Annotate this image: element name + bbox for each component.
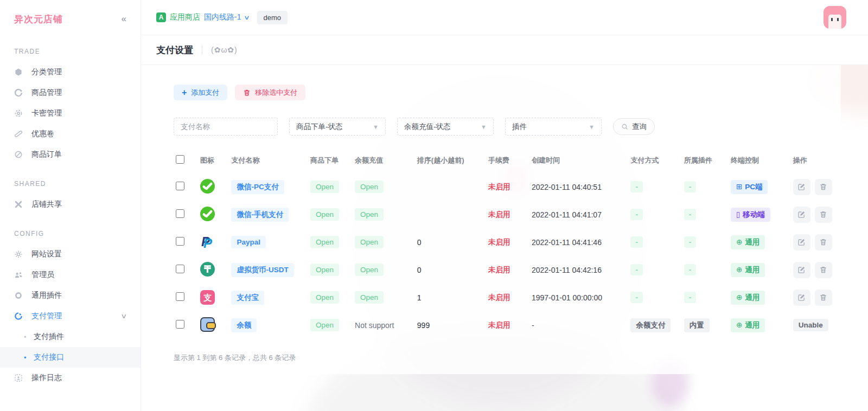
sidebar-item-通用插件[interactable]: 通用插件 (0, 285, 141, 306)
row-checkbox[interactable] (176, 292, 184, 301)
sidebar-subitem-label: 支付插件 (34, 332, 64, 342)
sidebar-item-管理员[interactable]: 管理员 (0, 265, 141, 285)
payment-name-link[interactable]: 虚拟货币-USDT (231, 263, 293, 277)
table-header-row: 图标支付名称商品下单余额充值排序(越小越前)手续费创建时间支付方式所属插件终端控… (174, 151, 841, 173)
created-cell: 1997-01-01 00:00:00 (529, 284, 628, 311)
recharge-status-select[interactable]: 余额充值-状态 ▼ (397, 118, 494, 136)
page-title-bar: 支付设置 (✿ω✿) (141, 35, 868, 65)
recharge-status-cell: Not support (353, 311, 415, 339)
sidebar-item-label: 管理员 (31, 270, 54, 280)
column-header-支付名称: 支付名称 (229, 151, 308, 173)
terminal-cell: ⊞PC端 (729, 173, 791, 201)
payment-name-link[interactable]: 支付宝 (231, 291, 264, 305)
row-checkbox[interactable] (176, 182, 184, 190)
user-avatar[interactable] (824, 6, 846, 29)
delete-button[interactable] (815, 207, 832, 223)
method-badge: 余额支付 (630, 318, 671, 332)
column-header-图标: 图标 (198, 151, 229, 173)
fee-status: 未启用 (488, 266, 510, 274)
icon-cell (198, 311, 229, 339)
remove-selected-button[interactable]: 移除选中支付 (235, 85, 305, 100)
order-status-badge: Open (310, 319, 339, 331)
order-status-cell: Open (308, 228, 353, 256)
column-header-手续费: 手续费 (486, 151, 529, 173)
select-all-checkbox[interactable] (176, 155, 184, 164)
sidebar-item-网站设置[interactable]: 网站设置 (0, 244, 141, 265)
actions-cell (791, 201, 841, 228)
main-area: A 应用商店 国内线路-1 ∨ demo 支付设置 (✿ω✿) (141, 0, 868, 411)
add-payment-label: 添加支付 (191, 88, 219, 98)
terminal-badge-generic: ⊕通用 (731, 263, 765, 277)
edit-button[interactable] (793, 262, 810, 278)
order-status-select[interactable]: 商品下单-状态 ▼ (289, 118, 386, 136)
row-checkbox[interactable] (176, 265, 184, 273)
icon-cell: PP (198, 228, 229, 256)
delete-button[interactable] (815, 179, 832, 195)
plugin-badge: - (684, 209, 697, 220)
add-payment-button[interactable]: + 添加支付 (174, 85, 227, 100)
order-status-badge: Open (310, 264, 339, 276)
sidebar-item-label: 支付管理 (31, 311, 62, 321)
payment-name-link[interactable]: 微信-PC支付 (231, 180, 284, 194)
sidebar-item-卡密管理[interactable]: 卡密管理 (0, 103, 141, 124)
sidebar-item-支付管理[interactable]: 支付管理∨ (0, 306, 141, 326)
site-icon (14, 250, 23, 259)
sidebar-item-商品管理[interactable]: 商品管理 (0, 82, 141, 103)
icon-cell: 支 (198, 284, 229, 311)
chevron-down-icon: ▼ (589, 124, 595, 130)
plugin-select[interactable]: 插件 ▼ (505, 118, 602, 136)
delete-button[interactable] (815, 262, 832, 278)
actions-cell (791, 256, 841, 284)
sidebar-subitem-支付接口[interactable]: •支付接口 (0, 347, 141, 368)
payment-name-link[interactable]: 余额 (231, 318, 257, 332)
edit-button[interactable] (793, 179, 810, 195)
sidebar-subitem-支付插件[interactable]: •支付插件 (0, 326, 141, 347)
sidebar-item-商品订单[interactable]: 商品订单 (0, 144, 141, 165)
name-cell: Paypal (229, 228, 308, 256)
header-checkbox-cell (174, 151, 198, 173)
edit-button[interactable] (793, 207, 810, 223)
terminal-badge-mobile: ▯移动端 (731, 208, 770, 222)
terminal-cell: ⊕通用 (729, 284, 791, 311)
sidebar-item-店铺共享[interactable]: 店铺共享 (0, 194, 141, 215)
chevron-down-icon: ▼ (373, 124, 379, 130)
delete-button[interactable] (815, 234, 832, 251)
payment-name-link[interactable]: Paypal (231, 236, 266, 248)
order-status-badge: Open (310, 236, 339, 248)
row-checkbox[interactable] (176, 237, 184, 246)
row-checkbox[interactable] (176, 209, 184, 218)
sidebar-item-分类管理[interactable]: 分类管理 (0, 62, 141, 82)
app-store-selector[interactable]: A 应用商店 国内线路-1 ∨ (156, 12, 250, 22)
row-checkbox-cell (174, 201, 198, 228)
sidebar-item-优惠卷[interactable]: 优惠卷 (0, 124, 141, 144)
env-badge[interactable]: demo (257, 11, 288, 24)
recharge-status-cell: Open (353, 173, 415, 201)
fee-status: 未启用 (488, 321, 510, 329)
edit-button[interactable] (793, 234, 810, 251)
payment-name-link[interactable]: 微信-手机支付 (231, 208, 289, 222)
method-cell: - (628, 256, 681, 284)
edit-button[interactable] (793, 290, 810, 306)
payment-name-input[interactable] (174, 118, 278, 136)
method-badge: - (630, 236, 643, 248)
plugin-cell: - (682, 201, 729, 228)
delete-button[interactable] (815, 290, 832, 306)
chevron-down-icon: ∨ (120, 312, 127, 320)
table-row: 微信-PC支付OpenOpen未启用2022-01-11 04:40:51--⊞… (174, 173, 841, 201)
sidebar-collapse-icon[interactable]: « (122, 14, 126, 24)
sidebar-subitem-label: 支付接口 (34, 352, 64, 362)
fee-status: 未启用 (488, 238, 510, 246)
nav-section-label-config: CONFIG (0, 222, 141, 244)
order-status-badge: Open (310, 181, 339, 193)
mobile-terminal-icon: ▯ (736, 210, 740, 219)
order-status-cell: Open (308, 284, 353, 311)
search-button[interactable]: 查询 (613, 118, 655, 135)
name-cell: 微信-PC支付 (229, 173, 308, 201)
row-checkbox[interactable] (176, 320, 184, 329)
app-store-icon: A (156, 12, 166, 22)
recharge-status-badge: Open (355, 291, 384, 304)
wechat-icon (200, 179, 215, 194)
section-gap (0, 215, 141, 222)
sidebar: 异次元店铺 « TRADE分类管理商品管理卡密管理优惠卷商品订单SHARED店铺… (0, 0, 141, 411)
sidebar-item-操作日志[interactable]: 操作日志 (0, 368, 141, 388)
